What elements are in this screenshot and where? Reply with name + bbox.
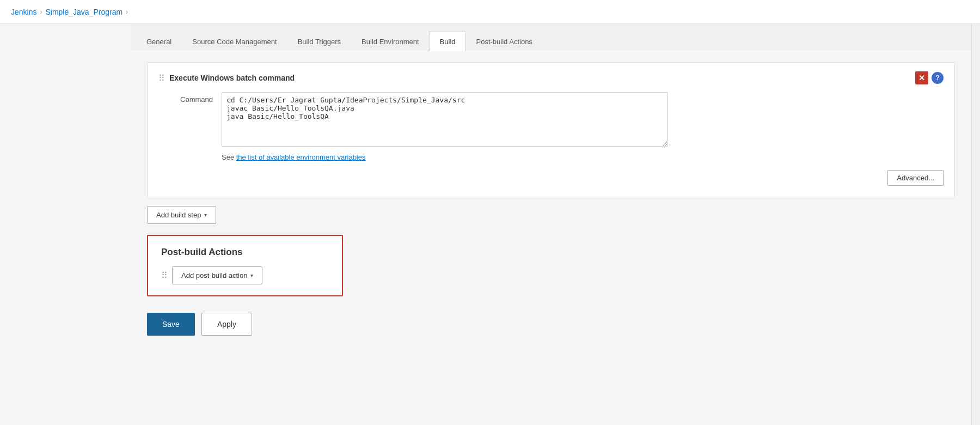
drag-handle-icon[interactable]: ⠿ <box>158 73 165 83</box>
add-build-step-button[interactable]: Add build step ▾ <box>147 206 216 224</box>
add-post-build-label: Add post-build action <box>181 271 247 280</box>
tab-build-environment[interactable]: Build Environment <box>351 32 430 51</box>
close-build-step-button[interactable]: ✕ <box>915 71 928 84</box>
build-card: ⠿ Execute Windows batch command ✕ ? Comm… <box>147 62 955 197</box>
breadcrumb-bar: Jenkins › Simple_Java_Program › <box>0 0 980 24</box>
add-post-build-arrow-icon: ▾ <box>250 272 253 278</box>
env-variables-link[interactable]: the list of available environment variab… <box>236 153 366 161</box>
help-icon[interactable]: ? <box>932 72 944 84</box>
build-card-title: Execute Windows batch command <box>169 74 295 82</box>
tab-source-code[interactable]: Source Code Management <box>182 32 287 51</box>
advanced-button[interactable]: Advanced... <box>887 170 944 186</box>
add-post-build-action-button[interactable]: Add post-build action ▾ <box>172 266 262 284</box>
apply-button[interactable]: Apply <box>201 313 252 336</box>
tab-build[interactable]: Build <box>430 32 466 51</box>
breadcrumb-sep-1: › <box>40 8 42 16</box>
command-field-row: Command <box>158 92 944 147</box>
action-buttons: Save Apply <box>147 307 955 341</box>
build-card-header: ⠿ Execute Windows batch command ✕ ? <box>158 71 944 84</box>
add-build-step-arrow-icon: ▾ <box>204 212 207 218</box>
right-scrollbar[interactable] <box>971 24 980 425</box>
command-textarea[interactable] <box>222 92 668 147</box>
breadcrumb-sep-2: › <box>126 8 128 16</box>
see-text: See <box>222 153 236 161</box>
build-card-title-row: ⠿ Execute Windows batch command <box>158 73 295 83</box>
post-build-section: Post-build Actions ⠿ Add post-build acti… <box>147 235 343 296</box>
tabs-bar: General Source Code Management Build Tri… <box>131 24 971 51</box>
command-label: Command <box>158 92 213 104</box>
tab-build-triggers[interactable]: Build Triggers <box>287 32 351 51</box>
content-area: General Source Code Management Build Tri… <box>131 24 971 425</box>
sidebar <box>0 24 131 425</box>
post-build-title: Post-build Actions <box>161 247 329 258</box>
tab-post-build-actions[interactable]: Post-build Actions <box>466 32 543 51</box>
advanced-btn-row: Advanced... <box>158 170 944 186</box>
page-content: ⠿ Execute Windows batch command ✕ ? Comm… <box>131 51 971 352</box>
breadcrumb-project[interactable]: Simple_Java_Program <box>45 8 122 16</box>
post-build-drag-handle: ⠿ <box>161 270 168 281</box>
see-env-row: See the list of available environment va… <box>222 153 944 161</box>
add-build-step-label: Add build step <box>156 211 201 219</box>
breadcrumb-jenkins[interactable]: Jenkins <box>11 8 36 16</box>
save-button[interactable]: Save <box>147 313 195 336</box>
tab-general[interactable]: General <box>136 32 182 51</box>
